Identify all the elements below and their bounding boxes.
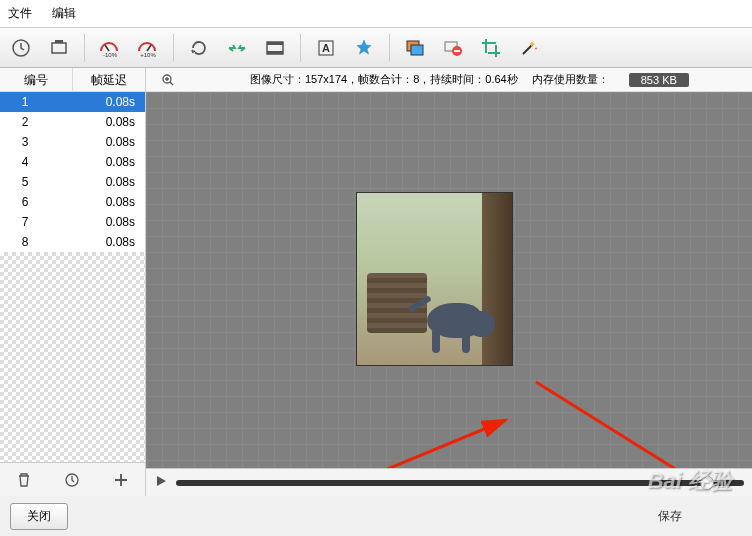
svg-text:A: A (322, 42, 330, 54)
frame-sidebar: 编号 帧延迟 10.08s20.08s30.08s40.08s50.08s60.… (0, 68, 146, 496)
svg-rect-2 (55, 40, 63, 43)
frame-delay: 0.08s (50, 92, 145, 112)
svg-rect-11 (411, 45, 423, 55)
svg-rect-6 (267, 42, 283, 45)
svg-rect-7 (267, 51, 283, 54)
frame-delay: 0.08s (50, 152, 145, 172)
image-icon[interactable] (400, 33, 430, 63)
rotate-icon[interactable] (184, 33, 214, 63)
frame-row[interactable]: 50.08s (0, 172, 145, 192)
toolbar: -10% +10% A (0, 28, 752, 68)
menu-file[interactable]: 文件 (8, 5, 32, 22)
frame-row[interactable]: 30.08s (0, 132, 145, 152)
memory-label: 内存使用数量： (532, 72, 609, 87)
svg-rect-1 (52, 43, 66, 53)
frame-number: 4 (0, 152, 50, 172)
frame-number: 7 (0, 212, 50, 232)
clock-icon[interactable] (6, 33, 36, 63)
zoom-in-icon[interactable] (154, 68, 182, 92)
preview-image (356, 192, 513, 366)
frame-row[interactable]: 80.08s (0, 232, 145, 252)
menu-edit[interactable]: 编辑 (52, 5, 76, 22)
save-label[interactable]: 保存 (658, 508, 682, 525)
frame-number: 5 (0, 172, 50, 192)
frame-row[interactable]: 10.08s (0, 92, 145, 112)
frame-row[interactable]: 60.08s (0, 192, 145, 212)
footer: 关闭 保存 (0, 496, 752, 536)
watermark-icon[interactable] (349, 33, 379, 63)
frames-icon[interactable] (260, 33, 290, 63)
canvas-info-bar: 图像尺寸：157x174，帧数合计：8，持续时间：0.64秒 内存使用数量： 8… (146, 68, 752, 92)
frame-number: 3 (0, 132, 50, 152)
annotation-arrow-2 (526, 372, 752, 468)
playback-bar (146, 468, 752, 496)
delete-frame-button[interactable] (10, 468, 38, 492)
svg-rect-14 (454, 50, 460, 52)
frame-delay: 0.08s (50, 192, 145, 212)
effects-icon[interactable] (514, 33, 544, 63)
frame-row[interactable]: 70.08s (0, 212, 145, 232)
timeline-slider[interactable] (176, 480, 744, 486)
svg-text:+10%: +10% (140, 52, 156, 58)
frame-number: 8 (0, 232, 50, 252)
frame-row[interactable]: 40.08s (0, 152, 145, 172)
delete-frames-icon[interactable] (438, 33, 468, 63)
frame-list[interactable]: 10.08s20.08s30.08s40.08s50.08s60.08s70.0… (0, 92, 145, 252)
col-number[interactable]: 编号 (0, 68, 73, 91)
frame-row[interactable]: 20.08s (0, 112, 145, 132)
speed-up-icon[interactable]: +10% (133, 33, 163, 63)
play-button[interactable] (154, 474, 168, 492)
frame-time-button[interactable] (58, 468, 86, 492)
text-icon[interactable]: A (311, 33, 341, 63)
memory-badge: 853 KB (629, 73, 689, 87)
frame-delay: 0.08s (50, 112, 145, 132)
frame-number: 1 (0, 92, 50, 112)
frame-delay: 0.08s (50, 132, 145, 152)
crop-icon[interactable] (476, 33, 506, 63)
timeline-thumb[interactable] (700, 476, 714, 490)
add-frame-button[interactable] (107, 468, 135, 492)
col-delay[interactable]: 帧延迟 (73, 68, 145, 91)
svg-text:-10%: -10% (103, 52, 118, 58)
frame-delay: 0.08s (50, 232, 145, 252)
image-info-text: 图像尺寸：157x174，帧数合计：8，持续时间：0.64秒 (250, 72, 518, 87)
frame-delay: 0.08s (50, 172, 145, 192)
screenshot-icon[interactable] (44, 33, 74, 63)
flip-icon[interactable] (222, 33, 252, 63)
menu-bar: 文件 编辑 (0, 0, 752, 28)
frame-delay: 0.08s (50, 212, 145, 232)
frame-number: 2 (0, 112, 50, 132)
annotation-arrow-1 (346, 412, 526, 468)
close-button[interactable]: 关闭 (10, 503, 68, 530)
frame-list-header: 编号 帧延迟 (0, 68, 145, 92)
speed-down-icon[interactable]: -10% (95, 33, 125, 63)
canvas[interactable] (146, 92, 752, 468)
frame-number: 6 (0, 192, 50, 212)
